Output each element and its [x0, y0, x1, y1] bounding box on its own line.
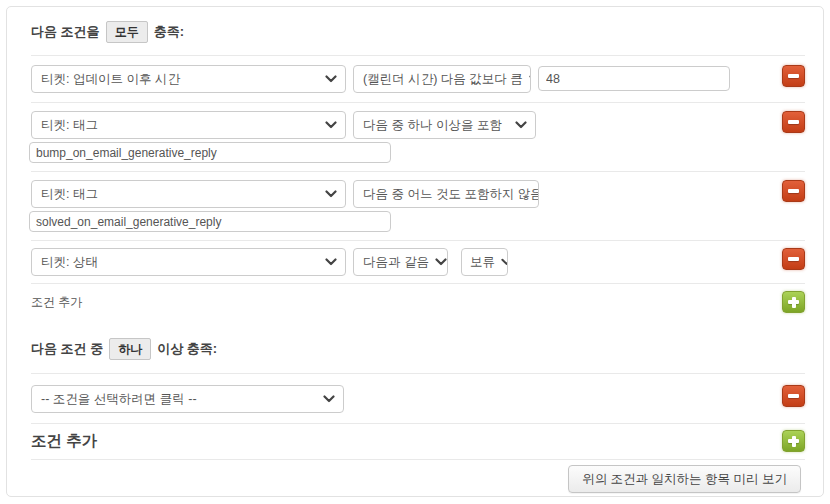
chevron-down-icon — [325, 190, 337, 198]
chevron-down-icon — [325, 258, 337, 266]
remove-condition-button[interactable] — [782, 111, 805, 133]
minus-icon — [788, 74, 799, 78]
minus-icon — [788, 189, 799, 193]
condition-field-select[interactable]: 티켓: 태그 — [31, 180, 346, 208]
add-condition-button[interactable] — [782, 291, 805, 313]
all-operator-selector[interactable]: 모두 — [106, 21, 148, 43]
add-condition-button[interactable] — [782, 430, 805, 452]
any-header-prefix: 다음 조건 중 — [31, 340, 103, 358]
minus-icon — [788, 120, 799, 124]
remove-condition-button[interactable] — [782, 65, 805, 87]
condition-tags-input[interactable] — [29, 142, 391, 163]
any-operator-selector[interactable]: 하나 — [109, 338, 151, 360]
condition-field-select[interactable]: 티켓: 업데이트 이후 시간 — [31, 65, 346, 93]
all-add-condition-row: 조건 추가 — [31, 283, 805, 320]
all-header-suffix: 충족: — [154, 23, 184, 41]
chevron-down-icon — [515, 121, 527, 129]
condition-row-tags-include: 티켓: 태그 다음 중 하나 이상을 포함 — [31, 102, 805, 171]
condition-value-select[interactable]: 보류 — [461, 248, 508, 276]
condition-field-select[interactable]: 티켓: 태그 — [31, 111, 346, 139]
minus-icon — [788, 257, 799, 261]
chevron-down-icon — [501, 258, 508, 266]
remove-condition-button[interactable] — [782, 180, 805, 202]
condition-row-tags-exclude: 티켓: 태그 다음 중 어느 것도 포함하지 않음 — [31, 171, 805, 240]
all-conditions-header: 다음 조건을 모두 충족: — [31, 21, 805, 55]
condition-operator-select[interactable]: 다음 중 하나 이상을 포함 — [353, 111, 536, 139]
condition-operator-select[interactable]: 다음 중 어느 것도 포함하지 않음 — [353, 180, 539, 208]
preview-matching-items-button[interactable]: 위의 조건과 일치하는 항목 미리 보기 — [568, 465, 801, 493]
condition-row-status: 티켓: 상태 다음과 같음 보류 — [31, 240, 805, 283]
add-condition-link[interactable]: 조건 추가 — [31, 294, 82, 311]
chevron-down-icon — [325, 121, 337, 129]
chevron-down-icon — [325, 75, 337, 83]
remove-condition-button[interactable] — [782, 385, 805, 407]
conditions-panel: 다음 조건을 모두 충족: 티켓: 업데이트 이후 시간 (캘린더 시간) 다음… — [6, 6, 824, 497]
condition-tags-input[interactable] — [29, 211, 391, 232]
chevron-down-icon — [529, 75, 531, 83]
minus-icon — [788, 394, 799, 398]
condition-field-select[interactable]: 티켓: 상태 — [31, 248, 346, 276]
condition-operator-select[interactable]: 다음과 같음 — [353, 248, 448, 276]
all-header-prefix: 다음 조건을 — [31, 23, 100, 41]
remove-condition-button[interactable] — [782, 248, 805, 270]
any-conditions-header: 다음 조건 중 하나 이상 충족: — [31, 338, 805, 373]
condition-operator-select[interactable]: (캘린더 시간) 다음 값보다 큼 — [353, 65, 531, 93]
any-header-suffix: 이상 충족: — [157, 340, 217, 358]
condition-row-empty: -- 조건을 선택하려면 클릭 -- — [31, 373, 805, 423]
chevron-down-icon — [435, 258, 447, 266]
condition-picker-select[interactable]: -- 조건을 선택하려면 클릭 -- — [31, 385, 344, 413]
condition-row-hours-since-update: 티켓: 업데이트 이후 시간 (캘린더 시간) 다음 값보다 큼 — [31, 55, 805, 102]
panel-footer: 위의 조건과 일치하는 항목 미리 보기 — [31, 459, 805, 493]
condition-value-input[interactable] — [538, 66, 730, 91]
any-add-condition-row: 조건 추가 — [31, 423, 805, 459]
chevron-down-icon — [323, 395, 335, 403]
add-condition-link[interactable]: 조건 추가 — [31, 431, 97, 452]
